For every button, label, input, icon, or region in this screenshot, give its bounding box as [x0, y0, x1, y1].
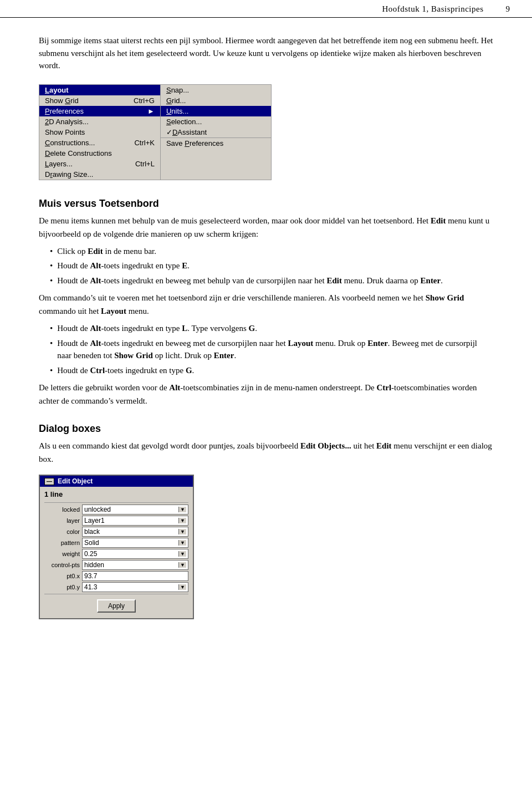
dropdown-arrow-layer[interactable]: ▼ — [178, 518, 186, 523]
menu-item-showgrid[interactable]: Show Grid Ctrl+G — [39, 95, 160, 106]
submenu-grid[interactable]: Grid... — [161, 95, 271, 106]
menu-header-label: Layout — [45, 86, 69, 94]
row-label-pattern: pattern — [44, 539, 82, 546]
row-label-layer: layer — [44, 517, 82, 524]
list-item: Houdt de Alt-toets ingedrukt en type L. … — [50, 322, 493, 335]
list-item: Houdt de Alt-toets ingedrukt en beweeg m… — [50, 274, 493, 287]
row-label-pt0y: pt0.y — [44, 584, 82, 590]
list-item: Houdt de Alt-toets ingedrukt en type E. — [50, 259, 493, 272]
list-item: Click op Edit in de menu bar. — [50, 245, 493, 258]
dialog-row-controlpts: control-pts hidden ▼ — [44, 560, 188, 570]
list-item: Houdt de Alt-toets ingedrukt en beweeg m… — [50, 337, 493, 362]
submenu-savepreferences[interactable]: Save Preferences — [161, 138, 271, 149]
menu-item-layers[interactable]: Layers... Ctrl+L — [39, 159, 160, 169]
section1-heading: Muis versus Toetsenbord — [39, 198, 493, 210]
row-value-pt0x[interactable]: 93.7 — [82, 571, 188, 581]
row-label-locked: locked — [44, 506, 82, 513]
menu-header-layout[interactable]: Layout — [39, 85, 160, 95]
dialog-content: 1 line locked unlocked ▼ layer Layer1 ▼ — [40, 487, 193, 618]
row-label-color: color — [44, 528, 82, 535]
dialog-title: Edit Object — [58, 477, 93, 485]
dropdown-arrow-weight[interactable]: ▼ — [178, 551, 186, 557]
dialog-row-pattern: pattern Solid ▼ — [44, 538, 188, 548]
menu-item-deleteconstructions[interactable]: Delete Constructions — [39, 148, 160, 159]
submenu-units[interactable]: Units... — [161, 106, 271, 116]
chapter-title: Hoofdstuk 1, Basisprincipes — [382, 4, 483, 14]
dialog-row-locked: locked unlocked ▼ — [44, 505, 188, 514]
dropdown-arrow-pattern[interactable]: ▼ — [178, 540, 186, 546]
page-number: 9 — [506, 4, 510, 14]
row-value-layer[interactable]: Layer1 ▼ — [82, 516, 188, 526]
menu-item-constructions[interactable]: Constructions... Ctrl+K — [39, 137, 160, 148]
section1-bullets1: Click op Edit in de menu bar. Houdt de A… — [50, 245, 493, 287]
row-value-locked[interactable]: unlocked ▼ — [82, 505, 188, 514]
page-header: Hoofdstuk 1, Basisprincipes 9 — [0, 0, 532, 18]
dialog-title-icon: — — [44, 478, 54, 485]
section2-heading: Dialog boxes — [39, 423, 493, 435]
menu-col1: Layout Show Grid Ctrl+G Preferences ► 2D… — [39, 85, 161, 180]
section1-bullets2: Houdt de Alt-toets ingedrukt en type L. … — [50, 322, 493, 376]
submenu-snap[interactable]: Snap... — [161, 85, 271, 95]
menu-item-preferences[interactable]: Preferences ► — [39, 106, 160, 116]
section1-p2: Om commando’s uit te voeren met het toet… — [39, 291, 493, 318]
intro-paragraph: Bij sommige items staat uiterst rechts e… — [39, 34, 493, 72]
row-value-controlpts[interactable]: hidden ▼ — [82, 560, 188, 570]
row-value-color[interactable]: black ▼ — [82, 527, 188, 537]
dropdown-arrow-controlpts[interactable]: ▼ — [178, 562, 186, 568]
dialog-apply-row: Apply — [44, 596, 188, 616]
dialog-separator2 — [44, 594, 188, 594]
section1-p3: De letters die gebruikt worden voor de A… — [39, 381, 493, 407]
menu-item-2danalysis[interactable]: 2D Analysis... — [39, 116, 160, 127]
main-content: Bij sommige items staat uiterst rechts e… — [0, 18, 532, 636]
dialog-screenshot: — Edit Object 1 line locked unlocked ▼ l… — [39, 475, 194, 619]
section1-p1: De menu items kunnen met behulp van de m… — [39, 214, 493, 241]
dialog-line-label: 1 line — [44, 489, 188, 501]
menu-item-showpoints[interactable]: Show Points — [39, 127, 160, 137]
dialog-titlebar: — Edit Object — [40, 476, 193, 487]
apply-button[interactable]: Apply — [97, 599, 136, 613]
dropdown-arrow-pt0y[interactable]: ▼ — [178, 584, 186, 590]
dialog-separator1 — [44, 502, 188, 503]
row-value-pt0y[interactable]: 41.3 ▼ — [82, 582, 188, 592]
row-label-controlpts: control-pts — [44, 562, 82, 568]
row-label-pt0x: pt0.x — [44, 573, 82, 579]
row-label-weight: weight — [44, 551, 82, 557]
dialog-row-weight: weight 0.25 ▼ — [44, 549, 188, 559]
dialog-row-pt0y: pt0.y 41.3 ▼ — [44, 582, 188, 592]
menu-screenshot: Layout Show Grid Ctrl+G Preferences ► 2D… — [39, 84, 272, 180]
dialog-row-layer: layer Layer1 ▼ — [44, 516, 188, 526]
section2-p1: Als u een commando kiest dat gevolgd wor… — [39, 439, 493, 466]
submenu-dassistant[interactable]: ✓DAssistant — [161, 127, 271, 137]
dialog-row-color: color black ▼ — [44, 527, 188, 537]
menu-item-drawingsize[interactable]: Drawing Size... — [39, 169, 160, 180]
list-item: Houdt de Ctrl-toets ingedrukt en type G. — [50, 364, 493, 377]
row-value-pattern[interactable]: Solid ▼ — [82, 538, 188, 548]
row-value-weight[interactable]: 0.25 ▼ — [82, 549, 188, 559]
dialog-row-pt0x: pt0.x 93.7 — [44, 571, 188, 581]
dropdown-arrow-color[interactable]: ▼ — [178, 529, 186, 534]
dropdown-arrow-locked[interactable]: ▼ — [178, 507, 186, 512]
menu-col2: Snap... Grid... Units... Selection... ✓D… — [161, 85, 271, 180]
submenu-selection[interactable]: Selection... — [161, 116, 271, 127]
